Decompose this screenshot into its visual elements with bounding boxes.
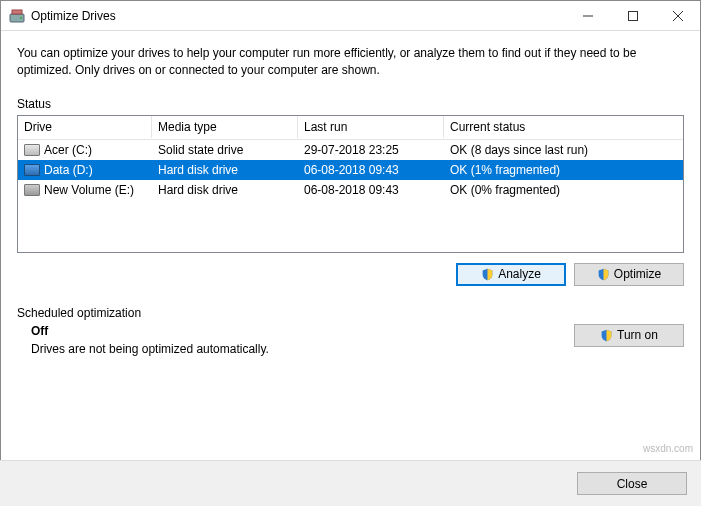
- cell-status: OK (1% fragmented): [444, 161, 683, 179]
- minimize-button[interactable]: [565, 1, 610, 30]
- cell-media: Hard disk drive: [152, 161, 298, 179]
- drive-icon: [24, 164, 40, 176]
- cell-media: Solid state drive: [152, 141, 298, 159]
- col-drive[interactable]: Drive: [18, 116, 152, 138]
- close-label: Close: [617, 477, 648, 491]
- watermark: wsxdn.com: [643, 443, 693, 454]
- scheduled-desc: Drives are not being optimized automatic…: [31, 342, 562, 356]
- cell-media: Hard disk drive: [152, 181, 298, 199]
- table-row[interactable]: Data (D:) Hard disk drive 06-08-2018 09:…: [18, 160, 683, 180]
- close-dialog-button[interactable]: Close: [577, 472, 687, 495]
- analyze-button[interactable]: Analyze: [456, 263, 566, 286]
- svg-rect-4: [628, 11, 637, 20]
- cell-lastrun: 06-08-2018 09:43: [298, 161, 444, 179]
- close-button[interactable]: [655, 1, 700, 30]
- shield-icon: [481, 268, 494, 281]
- table-row[interactable]: New Volume (E:) Hard disk drive 06-08-20…: [18, 180, 683, 200]
- scheduled-label: Scheduled optimization: [17, 306, 684, 320]
- optimize-button[interactable]: Optimize: [574, 263, 684, 286]
- status-label: Status: [17, 97, 684, 111]
- window-title: Optimize Drives: [31, 9, 565, 23]
- cell-status: OK (8 days since last run): [444, 141, 683, 159]
- cell-drive: Data (D:): [44, 163, 93, 177]
- optimize-label: Optimize: [614, 267, 661, 281]
- cell-drive: Acer (C:): [44, 143, 92, 157]
- drives-listview[interactable]: Drive Media type Last run Current status…: [17, 115, 684, 253]
- shield-icon: [597, 268, 610, 281]
- col-media[interactable]: Media type: [152, 116, 298, 138]
- drive-icon: [24, 184, 40, 196]
- app-icon: [9, 8, 25, 24]
- svg-rect-1: [12, 10, 22, 14]
- description-text: You can optimize your drives to help you…: [17, 45, 684, 79]
- listview-header[interactable]: Drive Media type Last run Current status: [18, 116, 683, 140]
- scheduled-state: Off: [31, 324, 562, 338]
- cell-status: OK (0% fragmented): [444, 181, 683, 199]
- col-lastrun[interactable]: Last run: [298, 116, 444, 138]
- shield-icon: [600, 329, 613, 342]
- bottom-bar: Close: [0, 460, 701, 506]
- turnon-label: Turn on: [617, 328, 658, 342]
- svg-point-2: [20, 17, 22, 19]
- listview-rows: Acer (C:) Solid state drive 29-07-2018 2…: [18, 140, 683, 200]
- cell-lastrun: 29-07-2018 23:25: [298, 141, 444, 159]
- drive-icon: [24, 144, 40, 156]
- cell-lastrun: 06-08-2018 09:43: [298, 181, 444, 199]
- cell-drive: New Volume (E:): [44, 183, 134, 197]
- titlebar: Optimize Drives: [1, 1, 700, 31]
- col-status[interactable]: Current status: [444, 116, 683, 138]
- table-row[interactable]: Acer (C:) Solid state drive 29-07-2018 2…: [18, 140, 683, 160]
- maximize-button[interactable]: [610, 1, 655, 30]
- turn-on-button[interactable]: Turn on: [574, 324, 684, 347]
- analyze-label: Analyze: [498, 267, 541, 281]
